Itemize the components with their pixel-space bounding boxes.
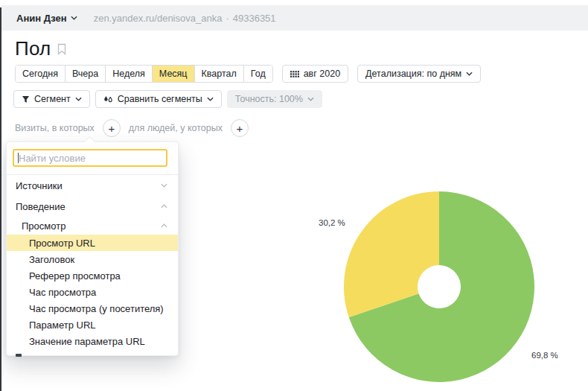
condition-search (13, 149, 167, 167)
chevron-down-icon (161, 183, 167, 188)
list-item-label: Значение параметра URL (29, 336, 145, 347)
page-root: Анин Дзен zen.yandex.ru/denisova_anka · … (0, 0, 588, 391)
detalization-label: Детализация: по дням (365, 69, 461, 79)
list-item-label: Просмотр URL (29, 238, 95, 249)
period-toolbar: Сегодня Вчера Неделя Месяц Квартал Год а… (15, 65, 481, 83)
list-item-label: Реферер просмотра (29, 270, 121, 282)
add-visit-condition-button[interactable]: + (103, 119, 121, 137)
item-view-referer[interactable]: Реферер просмотра (7, 267, 178, 284)
tab-month[interactable]: Месяц (153, 66, 195, 82)
chevron-up-icon (161, 204, 167, 209)
item-view-url[interactable]: Просмотр URL (7, 235, 178, 251)
funnel-icon (22, 95, 30, 104)
list-item-label: Час просмотра (29, 287, 96, 298)
bookmark-icon[interactable] (57, 43, 66, 55)
tab-quarter[interactable]: Квартал (195, 66, 244, 82)
list-item-label: Источники (16, 180, 63, 191)
counter-id: 49336351 (233, 13, 276, 24)
chevron-down-icon (307, 97, 314, 101)
add-people-condition-button[interactable]: + (231, 119, 249, 137)
tab-week[interactable]: Неделя (106, 66, 153, 82)
account-name: Анин Дзен (16, 13, 67, 24)
tab-today[interactable]: Сегодня (16, 66, 65, 82)
period-tabs: Сегодня Вчера Неделя Месяц Квартал Год (15, 65, 273, 83)
condition-list: Источники Поведение Просмотр Просмотр UR… (7, 175, 178, 357)
chevron-down-icon (207, 97, 214, 101)
date-range-button[interactable]: авг 2020 (282, 65, 348, 83)
donut-svg (344, 191, 534, 382)
title-row: Пол (15, 37, 66, 60)
counter-url: zen.yandex.ru/denisova_anka · 49336351 (94, 13, 276, 24)
tab-yesterday[interactable]: Вчера (65, 66, 106, 82)
counter-switcher[interactable]: Анин Дзен (16, 13, 77, 24)
list-item-label: Заголовок (29, 254, 74, 265)
donut-chart[interactable] (344, 191, 534, 382)
dropdown-notch (84, 136, 96, 148)
segment-toolbar: Сегмент Сравнить сегменты Точность: 100% (13, 90, 322, 108)
item-url-param-value[interactable]: Значение параметра URL (7, 333, 178, 349)
chevron-down-icon (75, 97, 82, 101)
chart-label-green-slice: 69,8 % (531, 351, 558, 360)
date-range-label: авг 2020 (304, 69, 340, 79)
counter-topbar: Анин Дзен zen.yandex.ru/denisova_anka · … (1, 5, 588, 31)
detalization-button[interactable]: Детализация: по дням (357, 65, 481, 83)
item-view-hour[interactable]: Час просмотра (7, 284, 178, 300)
visits-condition-label: Визиты, в которых (15, 123, 95, 133)
drops-icon (103, 95, 113, 104)
chevron-down-icon (466, 71, 473, 76)
tab-year[interactable]: Год (244, 66, 272, 82)
page-title: Пол (15, 37, 51, 60)
category-behavior[interactable]: Поведение (7, 196, 178, 217)
accuracy-label: Точность: 100% (235, 94, 303, 104)
condition-search-input[interactable] (13, 149, 167, 167)
site-domain: zen.yandex.ru/denisova_anka (94, 13, 223, 24)
item-view-hour-visitor[interactable]: Час просмотра (у посетителя) (7, 300, 178, 317)
item-url-param[interactable]: Параметр URL (7, 317, 178, 333)
separator-dot: · (226, 13, 229, 24)
list-item-label: Параметр URL (29, 320, 96, 331)
clipped-list-item (7, 349, 178, 357)
segment-button[interactable]: Сегмент (13, 90, 90, 108)
list-item-label: Поведение (16, 201, 65, 212)
chevron-up-icon (161, 223, 167, 228)
compare-segments-button[interactable]: Сравнить сегменты (95, 90, 222, 108)
segment-label: Сегмент (34, 94, 71, 104)
condition-dropdown: Источники Поведение Просмотр Просмотр UR… (6, 142, 179, 356)
category-sources[interactable]: Источники (7, 175, 178, 196)
compare-segments-label: Сравнить сегменты (118, 94, 202, 104)
screenshot-edge (0, 7, 1, 391)
list-item-label: Час просмотра (у посетителя) (29, 303, 164, 314)
calendar-grid-icon (290, 71, 299, 77)
chevron-down-icon (71, 16, 77, 20)
category-view[interactable]: Просмотр (7, 217, 178, 235)
conditions-row: Визиты, в которых + для людей, у которых… (15, 119, 249, 137)
accuracy-button[interactable]: Точность: 100% (227, 90, 322, 108)
chart-label-yellow-slice: 30,2 % (319, 218, 345, 227)
item-title[interactable]: Заголовок (7, 251, 178, 267)
list-item-label: Просмотр (22, 220, 65, 232)
people-condition-label: для людей, у которых (129, 123, 223, 133)
